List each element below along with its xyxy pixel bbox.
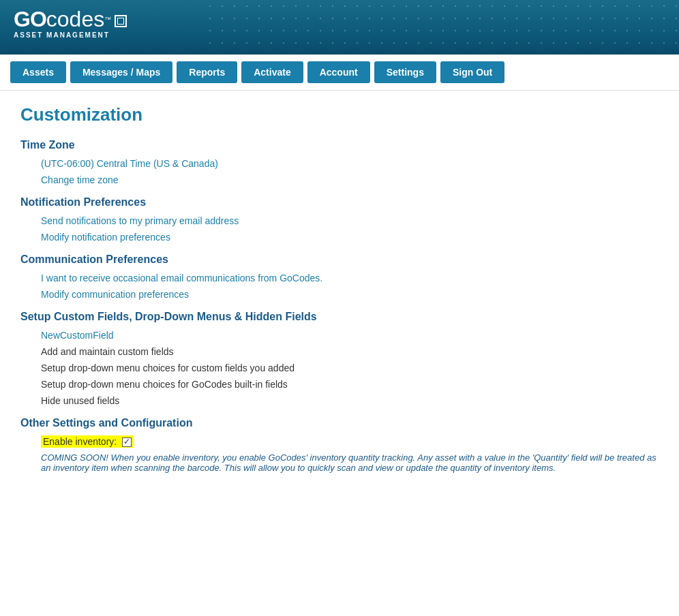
logo-subtitle: ASSET MANAGEMENT bbox=[14, 31, 127, 39]
modify-notification-item: Modify notification preferences bbox=[41, 232, 659, 243]
nav-bar: Assets Messages / Maps Reports Activate … bbox=[0, 55, 679, 91]
new-custom-field-link[interactable]: NewCustomField bbox=[41, 330, 114, 341]
section-title-communication: Communication Preferences bbox=[20, 253, 659, 266]
coming-soon-text: COMING SOON! When you enable inventory, … bbox=[41, 452, 659, 473]
setup-dropdown-builtin-fields: Setup drop-down menu choices for GoCodes… bbox=[41, 379, 659, 390]
logo-codes: codes bbox=[46, 8, 104, 30]
new-custom-field-item: NewCustomField bbox=[41, 330, 659, 341]
logo-go: GO bbox=[14, 8, 46, 30]
section-other-settings: Other Settings and Configuration Enable … bbox=[20, 417, 659, 473]
time-zone-link[interactable]: (UTC-06:00) Central Time (US & Canada) bbox=[41, 158, 218, 169]
page-title: Customization bbox=[20, 104, 659, 125]
modify-notification-link[interactable]: Modify notification preferences bbox=[41, 232, 170, 243]
header: GO codes ™ ASSET MANAGEMENT bbox=[0, 0, 679, 55]
notification-primary-email-link[interactable]: Send notifications to my primary email a… bbox=[41, 215, 239, 226]
nav-reports[interactable]: Reports bbox=[177, 61, 237, 83]
logo-text: GO codes ™ ASSET MANAGEMENT bbox=[14, 8, 127, 39]
nav-messages-maps[interactable]: Messages / Maps bbox=[70, 61, 172, 83]
nav-assets[interactable]: Assets bbox=[10, 61, 66, 83]
nav-activate[interactable]: Activate bbox=[241, 61, 303, 83]
logo: GO codes ™ ASSET MANAGEMENT bbox=[14, 8, 665, 39]
section-communication-preferences: Communication Preferences I want to rece… bbox=[20, 253, 659, 300]
communication-opt-in-item: I want to receive occasional email commu… bbox=[41, 273, 659, 283]
change-time-zone-link[interactable]: Change time zone bbox=[41, 174, 119, 185]
time-zone-value: (UTC-06:00) Central Time (US & Canada) bbox=[41, 158, 659, 169]
section-title-notification: Notification Preferences bbox=[20, 196, 659, 209]
nav-sign-out[interactable]: Sign Out bbox=[440, 61, 504, 83]
logo-tm: ™ bbox=[104, 16, 111, 23]
section-custom-fields: Setup Custom Fields, Drop-Down Menus & H… bbox=[20, 311, 659, 406]
section-notification-preferences: Notification Preferences Send notificati… bbox=[20, 196, 659, 243]
enable-inventory-highlight: Enable inventory: bbox=[41, 435, 134, 448]
notification-primary-email-item: Send notifications to my primary email a… bbox=[41, 215, 659, 226]
enable-inventory-checkbox[interactable] bbox=[122, 437, 132, 447]
section-title-custom-fields: Setup Custom Fields, Drop-Down Menus & H… bbox=[20, 311, 659, 323]
change-time-zone-item: Change time zone bbox=[41, 174, 659, 185]
nav-settings[interactable]: Settings bbox=[374, 61, 436, 83]
logo-icon bbox=[115, 15, 127, 27]
enable-inventory-label: Enable inventory: bbox=[43, 436, 117, 447]
nav-account[interactable]: Account bbox=[307, 61, 370, 83]
section-title-time-zone: Time Zone bbox=[20, 139, 659, 151]
hide-unused-fields: Hide unused fields bbox=[41, 395, 659, 406]
enable-inventory-item: Enable inventory: bbox=[41, 436, 659, 447]
communication-opt-in-link[interactable]: I want to receive occasional email commu… bbox=[41, 273, 322, 283]
main-content: Customization Time Zone (UTC-06:00) Cent… bbox=[0, 91, 679, 497]
section-time-zone: Time Zone (UTC-06:00) Central Time (US &… bbox=[20, 139, 659, 185]
section-title-other-settings: Other Settings and Configuration bbox=[20, 417, 659, 429]
add-maintain-custom-fields: Add and maintain custom fields bbox=[41, 346, 659, 357]
modify-communication-link[interactable]: Modify communication preferences bbox=[41, 289, 189, 300]
modify-communication-item: Modify communication preferences bbox=[41, 289, 659, 300]
setup-dropdown-custom-fields: Setup drop-down menu choices for custom … bbox=[41, 363, 659, 373]
